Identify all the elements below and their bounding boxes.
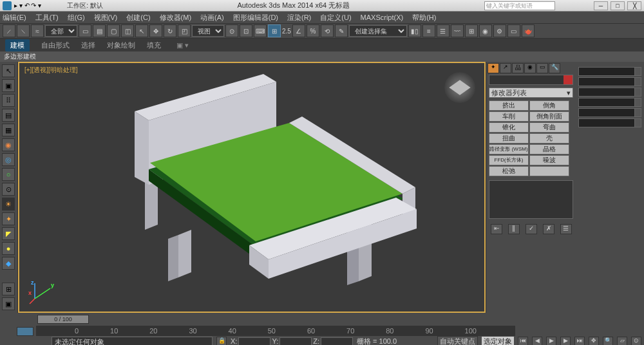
spinner-1[interactable] bbox=[578, 67, 641, 76]
close-button[interactable]: ╳ bbox=[627, 1, 641, 10]
time-slider[interactable]: 0 / 100 bbox=[18, 313, 486, 326]
menu-maxscript[interactable]: MAXScript(X) bbox=[361, 14, 404, 21]
scene-object-bed[interactable] bbox=[71, 66, 432, 286]
move-icon[interactable]: ✥ bbox=[149, 24, 162, 37]
link-icon[interactable]: ⟋ bbox=[3, 24, 15, 37]
autokey-button[interactable]: 自动关键点 bbox=[437, 336, 478, 346]
menu-help[interactable]: 帮助(H) bbox=[412, 13, 436, 23]
play-prev-icon[interactable]: ◀ bbox=[532, 337, 542, 345]
lt-ring-icon[interactable]: ○ bbox=[2, 168, 15, 181]
nav-pan-icon[interactable]: ✥ bbox=[589, 337, 599, 345]
named-set-select[interactable]: 创建选择集 bbox=[349, 25, 407, 37]
menu-create[interactable]: 创建(C) bbox=[126, 13, 150, 23]
stack-config-icon[interactable]: ☰ bbox=[560, 224, 572, 234]
percent-snap-icon[interactable]: % bbox=[307, 24, 319, 37]
lock-icon[interactable]: 🔒 bbox=[216, 337, 227, 345]
material-icon[interactable]: ◉ bbox=[479, 24, 492, 37]
stack-showend-icon[interactable]: ‖ bbox=[508, 224, 520, 234]
select-icon[interactable]: ▭ bbox=[79, 24, 91, 37]
spinner-snap-icon[interactable]: ⟲ bbox=[321, 24, 334, 37]
mod-bend[interactable]: 弯曲 bbox=[529, 122, 569, 133]
spinner-6[interactable] bbox=[578, 118, 641, 127]
viewport-perspective[interactable]: [+][透视][明暗处理] zyx bbox=[18, 62, 486, 313]
lt-light1-icon[interactable]: ☀ bbox=[2, 198, 15, 210]
coord-x-input[interactable] bbox=[238, 337, 270, 346]
mod-pathdeform[interactable]: 路径变形 (WSM) bbox=[489, 144, 529, 154]
curve-editor-icon[interactable]: 〰 bbox=[451, 24, 464, 37]
menu-tools[interactable]: 工具(T) bbox=[35, 13, 59, 23]
object-color-swatch[interactable] bbox=[564, 75, 573, 84]
viewport-label[interactable]: [+][透视][明暗处理] bbox=[24, 66, 78, 75]
schematic-icon[interactable]: ⊞ bbox=[465, 24, 478, 37]
menu-animation[interactable]: 动画(A) bbox=[200, 13, 224, 23]
snap-toggle-icon[interactable]: ⊞ bbox=[268, 24, 281, 37]
mod-twist[interactable]: 扭曲 bbox=[489, 133, 529, 144]
play-icon[interactable]: ▶ bbox=[546, 337, 556, 345]
menu-modifier[interactable]: 修改器(M) bbox=[160, 13, 192, 23]
refcoord-select[interactable]: 视图 bbox=[192, 25, 224, 37]
select-object-icon[interactable]: ↖ bbox=[135, 24, 148, 37]
cmd-tab-hierarchy-icon[interactable]: 品 bbox=[512, 63, 524, 73]
lt-edge-icon[interactable]: ▤ bbox=[2, 109, 15, 122]
spinner-5[interactable] bbox=[578, 108, 641, 117]
selkey-dropdown[interactable]: 选定对象 bbox=[482, 337, 514, 346]
spinner-4[interactable] bbox=[578, 98, 641, 107]
spinner-2[interactable] bbox=[578, 77, 641, 86]
stack-pin-icon[interactable]: ⇤ bbox=[491, 224, 502, 234]
lt-subobj-icon[interactable]: ▣ bbox=[2, 79, 15, 92]
help-search-input[interactable]: 键入关键字或短语 bbox=[484, 1, 555, 10]
mod-lattice[interactable]: 晶格 bbox=[529, 144, 569, 154]
lt-spot-icon[interactable]: ◤ bbox=[2, 227, 15, 240]
lt-poly-icon[interactable]: ◉ bbox=[2, 138, 15, 151]
ribbon-tab-paint[interactable]: 对象绘制 bbox=[107, 41, 135, 50]
lt-omni-icon[interactable]: ● bbox=[2, 242, 15, 255]
layers-icon[interactable]: ☰ bbox=[437, 24, 450, 37]
menu-view[interactable]: 视图(V) bbox=[94, 13, 118, 23]
render-icon[interactable]: 🫖 bbox=[522, 24, 535, 37]
lt-element-icon[interactable]: ◎ bbox=[2, 153, 15, 166]
mod-lathe[interactable]: 车削 bbox=[489, 111, 529, 122]
menu-render[interactable]: 渲染(R) bbox=[287, 13, 311, 23]
play-start-icon[interactable]: ⏮ bbox=[518, 337, 528, 345]
manip-icon[interactable]: ⊡ bbox=[240, 24, 252, 37]
lt-maximize-icon[interactable]: ▣ bbox=[2, 297, 15, 310]
mod-extrude[interactable]: 挤出 bbox=[489, 100, 529, 111]
coord-z-input[interactable] bbox=[321, 337, 353, 346]
lt-grid-icon[interactable]: ⊞ bbox=[2, 283, 15, 295]
unlink-icon[interactable]: ⟍ bbox=[17, 24, 30, 37]
mod-shell[interactable]: 壳 bbox=[529, 133, 569, 144]
workspace-label[interactable]: 工作区: 默认 bbox=[67, 1, 103, 10]
render-frame-icon[interactable]: ▭ bbox=[507, 24, 520, 37]
mod-empty[interactable] bbox=[529, 166, 569, 176]
minimize-button[interactable]: ─ bbox=[594, 1, 608, 10]
lt-direct-icon[interactable]: ◆ bbox=[2, 257, 15, 270]
mod-ffd[interactable]: FFD(长方体) bbox=[489, 155, 529, 165]
window-crossing-icon[interactable]: ◫ bbox=[121, 24, 134, 37]
selection-filter[interactable]: 全部 bbox=[45, 25, 77, 37]
cmd-tab-create-icon[interactable]: ✦ bbox=[488, 63, 499, 73]
time-slider-knob[interactable]: 0 / 100 bbox=[37, 315, 89, 324]
menu-group[interactable]: 组(G) bbox=[68, 13, 85, 23]
mod-taper[interactable]: 锥化 bbox=[489, 122, 529, 133]
ribbon-tab-model[interactable]: 建模 bbox=[5, 39, 30, 51]
render-setup-icon[interactable]: ⚙ bbox=[493, 24, 506, 37]
modifier-list-dropdown[interactable]: 修改器列表▾ bbox=[489, 88, 573, 98]
mod-relax[interactable]: 松弛 bbox=[489, 166, 529, 176]
mod-chamfer[interactable]: 倒角 bbox=[529, 100, 569, 111]
play-end-icon[interactable]: ⏭ bbox=[574, 337, 585, 345]
cmd-tab-utilities-icon[interactable]: 🔧 bbox=[549, 63, 560, 73]
scale-icon[interactable]: ◰ bbox=[178, 24, 191, 37]
viewcube[interactable] bbox=[444, 72, 475, 103]
stack-unique-icon[interactable]: ✓ bbox=[526, 224, 537, 234]
time-ruler[interactable]: 0 10 20 30 40 50 60 70 80 90 100 bbox=[36, 326, 515, 336]
modifier-stack[interactable] bbox=[489, 180, 573, 219]
ribbon-tab-fill[interactable]: 填充 bbox=[147, 41, 161, 50]
maximize-button[interactable]: □ bbox=[611, 1, 625, 10]
nav-fov-icon[interactable]: ▱ bbox=[617, 337, 627, 345]
menu-custom[interactable]: 自定义(U) bbox=[320, 13, 351, 23]
nav-orbit-icon[interactable]: ⊙ bbox=[631, 337, 641, 345]
angle-snap-icon[interactable]: ∠ bbox=[292, 24, 305, 37]
lt-vertex-icon[interactable]: ⠿ bbox=[2, 94, 15, 107]
lt-light2-icon[interactable]: ✦ bbox=[2, 212, 15, 225]
object-name-field[interactable] bbox=[489, 75, 573, 85]
